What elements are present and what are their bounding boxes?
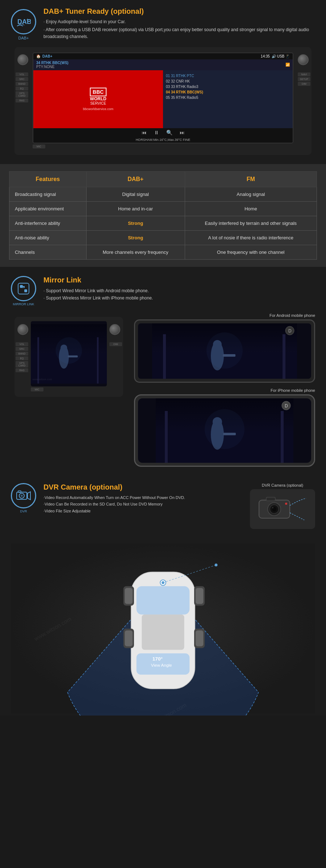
dab-icon-label: DAB+ [18, 36, 29, 40]
dab-cell: Strong [86, 216, 185, 230]
feature-cell: Channels [9, 245, 87, 259]
fm-cell: A lot of nosie if there is radio interfe… [185, 230, 317, 245]
svg-point-42 [272, 507, 273, 508]
dvr-section: DVR DVR Camera (optional) ·Video Record … [0, 474, 326, 716]
dvr-camera-img: DVR Camera (optional) [250, 483, 315, 529]
svg-point-12 [55, 337, 82, 364]
dab-device-mockup: VOL SRC BAND EQ GPSCARD RAS NAVI SETUP D… [14, 47, 312, 155]
car-knob-left [17, 324, 28, 335]
dab-cell: Strong [86, 230, 185, 245]
mirror-icon-label: MIRROR LINK [13, 302, 34, 306]
car-top-view: 170° View Angle www.witson.com www.witso… [11, 534, 315, 716]
car-knob-right [109, 324, 120, 335]
th-features: Features [9, 171, 87, 187]
android-phone: D [134, 319, 315, 383]
dab-section: DAB + DAB+ DAB+ Tuner Ready (optional) ·… [0, 0, 326, 164]
left-controls: VOL SRC BAND EQ GPSCARD RAS [16, 72, 28, 102]
right-knob [298, 54, 309, 65]
dvr-desc2: ·Video Can Be Recorded in the SD Card, D… [43, 501, 243, 508]
dab-desc: · Enjoy Audiophile-level Sound in your C… [43, 18, 315, 41]
dvr-desc3: ·Video File Size Adjustable [43, 508, 243, 515]
fm-cell: Easily interfered by terrain and other s… [185, 216, 317, 230]
svg-rect-43 [266, 497, 275, 501]
svg-rect-27 [281, 411, 284, 463]
fm-cell: Analog signal [185, 187, 317, 201]
car-screen-mockup: VOL SRC BAND EQ GPSCARD RAS DIM [11, 313, 127, 402]
features-section: Features DAB+ FM Broadcasting signalDigi… [0, 164, 326, 267]
svg-point-36 [21, 495, 23, 497]
svg-rect-17 [283, 334, 285, 379]
fm-cell: Home [185, 201, 317, 216]
svg-point-21 [206, 332, 243, 369]
dvr-title: DVR Camera (optional) [43, 483, 243, 491]
svg-point-65 [215, 563, 218, 566]
mirror-title: Mirror Link [43, 276, 153, 284]
svg-rect-51 [142, 614, 184, 650]
mirror-section: MIRROR LINK Mirror Link · Support Wired … [0, 267, 326, 474]
mirror-info: Mirror Link · Support Wired Mirror Link … [43, 276, 153, 302]
dab-cell: Digital signal [86, 187, 185, 201]
svg-rect-4 [24, 289, 27, 292]
mirror-icon [11, 276, 36, 301]
mirror-header: MIRROR LINK Mirror Link · Support Wired … [11, 276, 315, 306]
iphone-phone-label: For iPhone mobile phone [134, 388, 315, 393]
svg-rect-58 [196, 588, 203, 604]
mirror-content: VOL SRC BAND EQ GPSCARD RAS DIM [11, 313, 315, 467]
th-dab: DAB+ [86, 171, 185, 187]
svg-text:+: + [26, 18, 29, 22]
svg-text:170°: 170° [152, 656, 163, 661]
car-left-controls: VOL SRC BAND EQ GPSCARD RAS [16, 342, 28, 372]
svg-rect-56 [125, 588, 133, 604]
th-fm: FM [185, 171, 317, 187]
channel-list: 01 31 RTHK PTC 02 32 CNR HK 03 33 RTHK R… [163, 70, 293, 128]
svg-rect-16 [163, 334, 166, 379]
svg-rect-57 [125, 630, 133, 646]
dvr-content: DVR DVR Camera (optional) ·Video Record … [11, 483, 315, 529]
dab-cell: Home and in-car [86, 201, 185, 216]
left-knob [17, 54, 28, 65]
svg-rect-59 [196, 630, 203, 646]
svg-rect-37 [18, 491, 21, 492]
svg-rect-49 [137, 586, 190, 614]
dab-info: DAB+ Tuner Ready (optional) · Enjoy Audi… [43, 7, 315, 42]
feature-cell: Applicable environment [9, 201, 87, 216]
dvr-icon [11, 483, 36, 508]
feature-cell: Anti-noise ability [9, 230, 87, 245]
dvr-camera-label: DVR Camera (optional) [250, 483, 315, 487]
dvr-text: DVR Camera (optional) ·Video Record Auto… [43, 483, 243, 515]
car-right-controls: DIM [109, 342, 122, 346]
svg-text:View Angle: View Angle [151, 663, 172, 667]
svg-point-44 [285, 503, 287, 505]
phones-right: For Android mobile phone [134, 313, 315, 467]
fm-cell: One frequency with one channel [185, 245, 317, 259]
svg-point-31 [205, 409, 244, 449]
svg-rect-3 [20, 285, 23, 288]
svg-text:www.witson.com: www.witson.com [32, 378, 52, 381]
svg-rect-7 [37, 337, 39, 383]
iphone-phone: D [134, 394, 315, 467]
dab-screen-content: BBC WORLD SERVICE bbcworldservice.com 01… [33, 70, 293, 128]
status-bar: 🏠 DAB+ 14:35 🔊 USB 📱 [33, 53, 293, 59]
features-table: Features DAB+ FM Broadcasting signalDigi… [9, 171, 317, 260]
dab-screen: 🏠 DAB+ 14:35 🔊 USB 📱 34 RTHK BBC(WS) PTY… [33, 53, 293, 143]
dab-cell: More channels every frequency [86, 245, 185, 259]
dvr-icon-label: DVR [20, 510, 27, 513]
right-controls: NAVI SETUP DIM [298, 72, 310, 86]
feature-cell: Anti-interfernce ability [9, 216, 87, 230]
svg-rect-2 [18, 283, 29, 294]
svg-text:D: D [288, 328, 292, 334]
weather-bar: HORSHAM:Min.16°C,Max.39°C FINE [33, 137, 293, 143]
dab-title: DAB+ Tuner Ready (optional) [43, 7, 315, 16]
svg-rect-26 [165, 411, 168, 463]
bbc-logo: BBC WORLD SERVICE bbcworldservice.com [33, 70, 163, 128]
dvr-desc1: ·Video Record Automatically When Turn on… [43, 494, 243, 501]
feature-cell: Broadcasting signal [9, 187, 87, 201]
dab-icon: DAB + [11, 9, 36, 34]
android-phone-label: For Android mobile phone [134, 313, 315, 318]
mirror-desc: · Support Wired Mirror Link with Android… [43, 287, 153, 302]
svg-rect-8 [97, 337, 99, 383]
camera-box [250, 489, 315, 529]
svg-text:D: D [285, 403, 288, 408]
dab-header: DAB + DAB+ DAB+ Tuner Ready (optional) ·… [11, 7, 315, 42]
